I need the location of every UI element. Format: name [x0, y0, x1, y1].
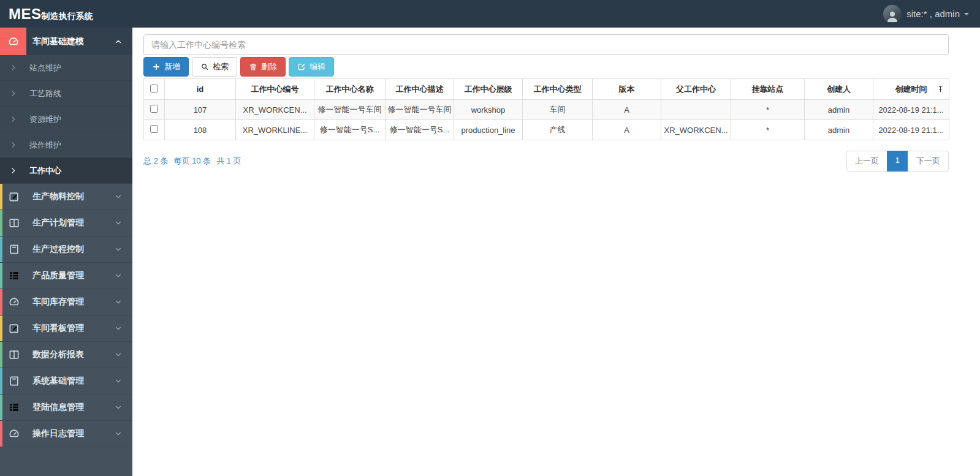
sidebar-item-workshop-inventory-management[interactable]: 车间库存管理: [0, 289, 132, 315]
sidebar-item-operation-log-management[interactable]: 操作日志管理: [0, 421, 132, 447]
chevron-down-icon: [114, 245, 123, 254]
row-select-cell: [144, 100, 165, 120]
cell-site: *: [731, 120, 805, 140]
add-button[interactable]: 新增: [143, 57, 189, 77]
delete-button[interactable]: 删除: [240, 57, 286, 77]
work-center-table: id 工作中心编号 工作中心名称 工作中心描述 工作中心层级 工作中心类型 版本…: [143, 78, 949, 140]
cell-type: 车间: [523, 100, 593, 120]
sidebar-item-label: 操作维护: [29, 140, 61, 151]
sidebar-item-system-base-management[interactable]: 系统基础管理: [0, 368, 132, 395]
table-footer: 总 2 条每页 10 条共 1 页 上一页 1 下一页: [143, 151, 949, 172]
edit-button[interactable]: 编辑: [289, 57, 334, 77]
caret-down-icon: [964, 13, 969, 15]
table-header-row: id 工作中心编号 工作中心名称 工作中心描述 工作中心层级 工作中心类型 版本…: [144, 79, 949, 100]
cell-creator: admin: [805, 100, 873, 120]
table-row[interactable]: 107 XR_WORKCEN... 修一智能一号车间 修一智能一号车间 work…: [144, 100, 949, 120]
cell-parent: XR_WORKCEN...: [661, 120, 731, 140]
cell-level: workshop: [454, 100, 523, 120]
sidebar-item-label: 登陆信息管理: [32, 402, 114, 413]
sidebar-item-production-plan-management[interactable]: 生产计划管理: [0, 210, 132, 236]
sidebar-item-workshop-kanban-management[interactable]: 车间看板管理: [0, 315, 132, 342]
sidebar-item-data-analysis-report[interactable]: 数据分析报表: [0, 342, 132, 368]
sidebar-item-label: 产品质量管理: [32, 270, 114, 281]
list-icon: [8, 270, 20, 282]
avatar: [883, 5, 902, 23]
user-menu[interactable]: site:* , admin: [883, 5, 980, 23]
dashboard-icon: [8, 296, 20, 308]
accent-strip: [0, 263, 2, 289]
cell-type: 产线: [523, 120, 593, 140]
sidebar-item-label: 站点维护: [29, 62, 61, 74]
sidebar-item-production-process-control[interactable]: 生产过程控制: [0, 236, 132, 263]
chevron-right-icon: [9, 141, 17, 149]
sidebar-item-label: 工作中心: [29, 165, 61, 176]
cell-id: 108: [165, 120, 236, 140]
chevron-down-icon: [114, 219, 123, 227]
chevron-down-icon: [114, 324, 123, 333]
sidebar-item-operation-maintenance[interactable]: 操作维护: [0, 132, 132, 158]
accent-strip: [0, 289, 2, 315]
page-1-button[interactable]: 1: [887, 151, 908, 172]
sidebar-item-label: 生产过程控制: [32, 244, 114, 255]
book-icon: [8, 243, 20, 255]
sidebar-item-production-material-control[interactable]: 生产物料控制: [0, 184, 132, 210]
cell-description: 修一智能一号S...: [386, 120, 454, 140]
column-header-version: 版本: [593, 79, 661, 100]
list-icon: [8, 401, 20, 414]
person-icon: [885, 9, 900, 23]
user-label: site:* , admin: [906, 9, 960, 19]
pagination: 上一页 1 下一页: [846, 151, 949, 172]
column-header-description: 工作中心描述: [386, 79, 454, 100]
toolbar: 新增 检索 删除 编辑: [143, 57, 949, 77]
columns-icon: [8, 349, 20, 361]
cell-create-time: 2022-08-19 21:1...: [873, 120, 949, 140]
pin-icon[interactable]: [936, 85, 944, 93]
sidebar-item-site-maintenance[interactable]: 站点维护: [0, 55, 132, 81]
top-navbar: MES制造执行系统 site:* , admin: [0, 0, 980, 28]
sidebar-item-product-quality-management[interactable]: 产品质量管理: [0, 263, 132, 289]
row-checkbox[interactable]: [150, 105, 158, 113]
sidebar-item-label: 车间看板管理: [32, 323, 114, 334]
sidebar-item-label: 车间库存管理: [32, 297, 114, 308]
accent-strip: [0, 342, 2, 368]
sidebar-item-resource-maintenance[interactable]: 资源维护: [0, 107, 132, 132]
book-icon: [8, 375, 20, 387]
column-header-label: 创建时间: [895, 85, 927, 94]
select-all-checkbox[interactable]: [150, 85, 158, 93]
dashboard-icon: [0, 28, 26, 55]
next-page-button[interactable]: 下一页: [908, 151, 949, 172]
chevron-down-icon: [114, 377, 123, 385]
accent-strip: [0, 368, 2, 394]
chevron-down-icon: [114, 298, 123, 306]
sidebar-item-label: 系统基础管理: [32, 376, 114, 387]
chevron-down-icon: [114, 192, 123, 201]
sidebar-item-process-route[interactable]: 工艺路线: [0, 81, 132, 107]
add-button-label: 新增: [164, 61, 180, 72]
accent-strip: [0, 210, 2, 236]
cell-parent: [661, 100, 731, 120]
edit-button-label: 编辑: [310, 61, 325, 72]
column-header-create-time: 创建时间: [873, 79, 949, 100]
cell-create-time: 2022-08-19 21:1...: [873, 100, 949, 120]
column-header-level: 工作中心层级: [454, 79, 523, 100]
chevron-right-icon: [9, 64, 17, 72]
app-logo: MES制造执行系统: [0, 6, 93, 23]
chevron-down-icon: [114, 403, 123, 412]
sidebar-item-work-center[interactable]: 工作中心: [0, 158, 132, 184]
chevron-down-icon: [114, 429, 123, 438]
search-button[interactable]: 检索: [192, 57, 237, 77]
table-row[interactable]: 108 XR_WORKLINE... 修一智能一号S... 修一智能一号S...…: [144, 120, 949, 140]
columns-icon: [8, 217, 20, 229]
cell-site: *: [731, 100, 805, 120]
summary-per-page: 每页 10 条: [173, 156, 211, 165]
dashboard-icon: [8, 428, 20, 440]
prev-page-button[interactable]: 上一页: [846, 151, 887, 172]
column-header-site: 挂靠站点: [731, 79, 805, 100]
accent-strip: [0, 184, 2, 210]
row-checkbox[interactable]: [150, 125, 158, 133]
chevron-down-icon: [114, 271, 123, 280]
search-input[interactable]: [143, 34, 949, 55]
sidebar-item-login-info-management[interactable]: 登陆信息管理: [0, 395, 132, 421]
sidebar-item-workshop-base-modeling[interactable]: 车间基础建模: [0, 28, 132, 55]
pagination-summary: 总 2 条每页 10 条共 1 页: [143, 156, 247, 167]
